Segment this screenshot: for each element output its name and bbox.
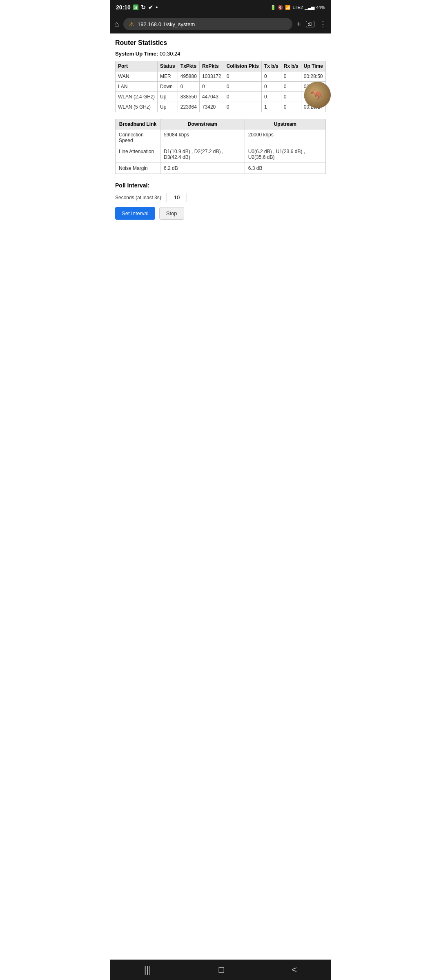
port-stats-table: Port Status TxPkts RxPkts Collision Pkts… [115, 61, 326, 112]
bb-upstream-2: 6.3 dB [245, 163, 325, 174]
bb-upstream-1: U0(6.2 dB) , U1(23.6 dB) , U2(35.6 dB) [245, 146, 325, 163]
port-cell-5: 1 [262, 102, 281, 112]
menu-button[interactable]: ⋮ [319, 20, 327, 29]
port-cell-1: Up [158, 102, 178, 112]
status-right-icons: 🔋 🔇 📶 LTE2 ▁▃▅ 44% [270, 5, 325, 10]
port-cell-6: 0 [281, 82, 301, 92]
uptime-value: 00:30:24 [160, 51, 180, 57]
port-cell-1: MER [158, 71, 178, 82]
lte-icon: LTE2 [292, 5, 303, 10]
port-cell-3: 1033172 [199, 71, 224, 82]
floating-avatar: 🦘 [304, 82, 331, 108]
sync-icon: ↻ [141, 4, 146, 11]
port-cell-5: 0 [262, 82, 281, 92]
status-bar: 20:10 S ↻ ✔ • 🔋 🔇 📶 LTE2 ▁▃▅ 44% [110, 0, 331, 15]
bb-table-row: Connection Speed59084 kbps20000 kbps [116, 129, 326, 146]
port-table-row: WLAN (5 GHz)Up2239647342001000:28:27 [116, 102, 326, 112]
port-table-header-row: Port Status TxPkts RxPkts Collision Pkts… [116, 61, 326, 71]
bb-col-downstream: Downstream [160, 119, 245, 129]
port-cell-3: 0 [199, 82, 224, 92]
bb-header-row: Broadband Link Downstream Upstream [116, 119, 326, 129]
port-cell-0: WLAN (2.4 GHz) [116, 92, 158, 102]
port-cell-6: 0 [281, 71, 301, 82]
add-tab-button[interactable]: + [296, 20, 301, 29]
port-table-row: LANDown0000000:00:00 [116, 82, 326, 92]
col-uptime: Up Time [301, 61, 325, 71]
port-cell-2: 838550 [178, 92, 199, 102]
port-cell-2: 495880 [178, 71, 199, 82]
port-cell-0: WAN [116, 71, 158, 82]
col-rxbs: Rx b/s [281, 61, 301, 71]
uptime-row: System Up Time: 00:30:24 [115, 51, 326, 57]
mute-icon: 🔇 [278, 5, 283, 10]
bb-col-upstream: Upstream [245, 119, 325, 129]
bb-downstream-0: 59084 kbps [160, 129, 245, 146]
avatar-image: 🦘 [304, 82, 331, 108]
bb-upstream-0: 20000 kbps [245, 129, 325, 146]
battery-icon: 🔋 [270, 5, 276, 10]
port-cell-4: 0 [224, 82, 261, 92]
col-txpkts: TxPkts [178, 61, 199, 71]
uptime-label: System Up Time: [115, 51, 158, 57]
port-cell-0: WLAN (5 GHz) [116, 102, 158, 112]
bb-row-label-2: Noise Margin [116, 163, 160, 174]
port-cell-4: 0 [224, 92, 261, 102]
broadband-table: Broadband Link Downstream Upstream Conne… [115, 119, 326, 174]
col-collision: Collision Pkts [224, 61, 261, 71]
port-cell-2: 223964 [178, 102, 199, 112]
toolbar-actions: + :D ⋮ [296, 20, 327, 29]
poll-seconds-label: Seconds (at least 3s): [115, 195, 163, 200]
poll-buttons: Set Interval Stop [115, 207, 326, 220]
bb-row-label-1: Line Attenuation [116, 146, 160, 163]
port-table-row: WANMER495880103317200000:28:50 [116, 71, 326, 82]
bb-table-row: Noise Margin6.2 dB6.3 dB [116, 163, 326, 174]
wifi-icon: 📶 [285, 5, 291, 10]
port-table-row: WLAN (2.4 GHz)Up83855044704300000:29:11 [116, 92, 326, 102]
port-cell-3: 73420 [199, 102, 224, 112]
check-icon: ✔ [148, 4, 153, 11]
set-interval-button[interactable]: Set Interval [115, 207, 155, 220]
bb-row-label-0: Connection Speed [116, 129, 160, 146]
port-cell-7: 00:28:50 [301, 71, 325, 82]
url-text: 192.168.0.1/sky_system [138, 21, 195, 27]
bb-col-link: Broadband Link [116, 119, 160, 129]
time-display: 20:10 [116, 4, 131, 11]
signal-bars: ▁▃▅ [305, 5, 314, 10]
bb-downstream-2: 6.2 dB [160, 163, 245, 174]
status-left: 20:10 S ↻ ✔ • [116, 4, 158, 11]
port-cell-4: 0 [224, 71, 261, 82]
port-cell-5: 0 [262, 92, 281, 102]
dot-indicator: • [156, 4, 158, 11]
col-status: Status [158, 61, 178, 71]
poll-title: Poll Interval: [115, 182, 326, 189]
port-cell-6: 0 [281, 102, 301, 112]
home-button[interactable]: ⌂ [114, 20, 119, 29]
col-rxpkts: RxPkts [199, 61, 224, 71]
url-bar[interactable]: ⚠ 192.168.0.1/sky_system [123, 18, 292, 30]
warning-icon: ⚠ [129, 21, 134, 27]
stop-button[interactable]: Stop [159, 207, 184, 220]
port-cell-4: 0 [224, 102, 261, 112]
col-port: Port [116, 61, 158, 71]
port-cell-2: 0 [178, 82, 199, 92]
poll-section: Poll Interval: Seconds (at least 3s): Se… [115, 182, 326, 220]
port-cell-1: Up [158, 92, 178, 102]
port-cell-3: 447043 [199, 92, 224, 102]
port-cell-5: 0 [262, 71, 281, 82]
s-app-icon: S [133, 4, 138, 10]
poll-input-row: Seconds (at least 3s): [115, 193, 326, 202]
port-cell-1: Down [158, 82, 178, 92]
tab-count[interactable]: :D [306, 21, 314, 27]
battery-percent: 44% [316, 5, 325, 10]
browser-toolbar: ⌂ ⚠ 192.168.0.1/sky_system + :D ⋮ [110, 15, 331, 33]
port-cell-0: LAN [116, 82, 158, 92]
bb-table-row: Line AttenuationD1(10.9 dB) , D2(27.2 dB… [116, 146, 326, 163]
page-title: Router Statistics [115, 39, 326, 47]
poll-interval-input[interactable] [167, 193, 187, 202]
col-txbs: Tx b/s [262, 61, 281, 71]
port-cell-6: 0 [281, 92, 301, 102]
main-content: Router Statistics System Up Time: 00:30:… [110, 33, 331, 225]
bb-downstream-1: D1(10.9 dB) , D2(27.2 dB) , D3(42.4 dB) [160, 146, 245, 163]
